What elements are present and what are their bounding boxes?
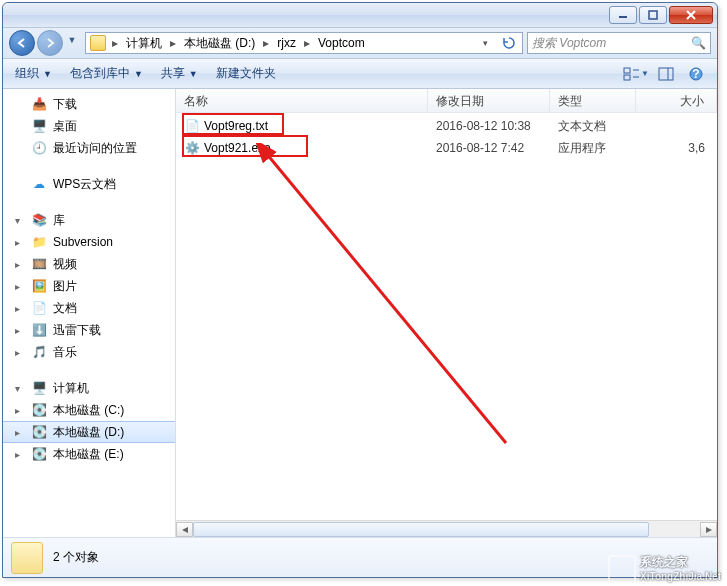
search-input[interactable]: 搜索 Voptcom 🔍	[527, 32, 711, 54]
scroll-right-button[interactable]: ▸	[700, 522, 717, 537]
chevron-right-icon: ▸	[15, 325, 20, 336]
maximize-icon	[648, 10, 658, 20]
refresh-button[interactable]	[498, 33, 520, 53]
breadcrumb-chevron[interactable]: ▸	[110, 36, 120, 50]
sidebar-videos[interactable]: ▸🎞️视频	[3, 253, 175, 275]
refresh-icon	[502, 36, 516, 50]
chevron-down-icon: ▾	[483, 38, 488, 48]
sidebar-xunlei[interactable]: ▸⬇️迅雷下载	[3, 319, 175, 341]
column-header-date[interactable]: 修改日期	[428, 89, 550, 112]
svg-text:?: ?	[692, 67, 699, 81]
file-date: 2016-08-12 7:42	[428, 141, 550, 155]
sidebar-item-label: 迅雷下载	[53, 322, 101, 339]
help-button[interactable]: ?	[683, 63, 709, 85]
sidebar-downloads[interactable]: 📥 下载	[3, 93, 175, 115]
sidebar-pictures[interactable]: ▸🖼️图片	[3, 275, 175, 297]
drive-icon: 💽	[31, 424, 47, 440]
newfolder-button[interactable]: 新建文件夹	[212, 61, 280, 86]
sidebar-item-label: 下载	[53, 96, 77, 113]
organize-menu[interactable]: 组织▼	[11, 61, 56, 86]
share-label: 共享	[161, 65, 185, 82]
sidebar-music[interactable]: ▸🎵音乐	[3, 341, 175, 363]
folder-icon: 📁	[31, 234, 47, 250]
breadcrumb-chevron[interactable]: ▸	[168, 36, 178, 50]
breadcrumb-chevron[interactable]: ▸	[302, 36, 312, 50]
close-button[interactable]	[669, 6, 713, 24]
include-label: 包含到库中	[70, 65, 130, 82]
breadcrumb-drive-d[interactable]: 本地磁盘 (D:)	[180, 33, 259, 54]
svg-rect-4	[624, 68, 630, 73]
address-bar[interactable]: ▸ 计算机 ▸ 本地磁盘 (D:) ▸ rjxz ▸ Voptcom ▾	[85, 32, 523, 54]
sidebar-computer[interactable]: ▾ 🖥️ 计算机	[3, 377, 175, 399]
sidebar-item-label: Subversion	[53, 235, 113, 249]
horizontal-scrollbar[interactable]: ◂ ▸	[176, 520, 717, 537]
sidebar-item-label: 本地磁盘 (C:)	[53, 402, 124, 419]
breadcrumb-chevron[interactable]: ▸	[261, 36, 271, 50]
newfolder-label: 新建文件夹	[216, 65, 276, 82]
sidebar-desktop[interactable]: 🖥️ 桌面	[3, 115, 175, 137]
document-icon: 📄	[31, 300, 47, 316]
organize-label: 组织	[15, 65, 39, 82]
status-count: 2 个对象	[53, 549, 99, 566]
sidebar-item-label: 本地磁盘 (E:)	[53, 446, 124, 463]
chevron-right-icon: ▸	[15, 449, 20, 460]
sidebar-drive-e[interactable]: ▸💽本地磁盘 (E:)	[3, 443, 175, 465]
breadcrumb-computer[interactable]: 计算机	[122, 33, 166, 54]
sidebar-wps-cloud[interactable]: ☁ WPS云文档	[3, 173, 175, 195]
help-icon: ?	[689, 67, 703, 81]
nav-sidebar: 📥 下载 🖥️ 桌面 🕘 最近访问的位置 ☁ WPS云文档 ▾	[3, 89, 176, 537]
music-icon: 🎵	[31, 344, 47, 360]
sidebar-libraries[interactable]: ▾ 📚 库	[3, 209, 175, 231]
preview-pane-button[interactable]	[653, 63, 679, 85]
column-headers: 名称 修改日期 类型 大小	[176, 89, 717, 113]
sidebar-subversion[interactable]: ▸📁Subversion	[3, 231, 175, 253]
sidebar-documents[interactable]: ▸📄文档	[3, 297, 175, 319]
address-dropdown[interactable]: ▾	[474, 33, 496, 53]
column-header-size[interactable]: 大小	[636, 89, 717, 112]
sidebar-recent[interactable]: 🕘 最近访问的位置	[3, 137, 175, 159]
sidebar-item-label: 最近访问的位置	[53, 140, 137, 157]
sidebar-item-label: 桌面	[53, 118, 77, 135]
view-options-button[interactable]: ▼	[623, 63, 649, 85]
annotation-box	[182, 135, 308, 157]
svg-rect-8	[659, 68, 673, 80]
downloads-icon: 📥	[31, 96, 47, 112]
cloud-icon: ☁	[31, 176, 47, 192]
scroll-left-button[interactable]: ◂	[176, 522, 193, 537]
watermark-url: XiTongZhiJia.Net	[640, 571, 721, 582]
forward-button[interactable]	[37, 30, 63, 56]
breadcrumb-rjxz[interactable]: rjxz	[273, 34, 300, 52]
share-menu[interactable]: 共享▼	[157, 61, 202, 86]
explorer-window: ▼ ▸ 计算机 ▸ 本地磁盘 (D:) ▸ rjxz ▸ Voptcom ▾ 搜…	[2, 2, 718, 578]
file-type: 应用程序	[550, 140, 636, 157]
history-dropdown[interactable]: ▼	[65, 30, 79, 50]
file-type: 文本文档	[550, 118, 636, 135]
chevron-down-icon: ▾	[15, 383, 25, 394]
caret-icon: ▼	[43, 69, 52, 79]
breadcrumb-voptcom[interactable]: Voptcom	[314, 34, 369, 52]
scroll-thumb[interactable]	[193, 522, 649, 537]
sidebar-drive-d[interactable]: ▸💽本地磁盘 (D:)	[3, 421, 175, 443]
sidebar-item-label: 库	[53, 212, 65, 229]
column-header-type[interactable]: 类型	[550, 89, 636, 112]
minimize-button[interactable]	[609, 6, 637, 24]
annotation-box	[182, 113, 284, 135]
video-icon: 🎞️	[31, 256, 47, 272]
caret-icon: ▼	[134, 69, 143, 79]
back-button[interactable]	[9, 30, 35, 56]
watermark: 系统之家 XiTongZhiJia.Net	[608, 554, 721, 582]
scroll-track[interactable]	[193, 522, 700, 537]
include-menu[interactable]: 包含到库中▼	[66, 61, 147, 86]
titlebar	[3, 3, 717, 27]
recent-icon: 🕘	[31, 140, 47, 156]
toolbar: 组织▼ 包含到库中▼ 共享▼ 新建文件夹 ▼ ?	[3, 59, 717, 89]
maximize-button[interactable]	[639, 6, 667, 24]
caret-icon: ▼	[189, 69, 198, 79]
svg-rect-1	[649, 11, 657, 19]
view-icon	[623, 67, 639, 81]
file-size: 3,6	[636, 141, 717, 155]
sidebar-drive-c[interactable]: ▸💽本地磁盘 (C:)	[3, 399, 175, 421]
chevron-right-icon: ▸	[15, 405, 20, 416]
column-header-name[interactable]: 名称	[176, 89, 428, 112]
sidebar-item-label: 计算机	[53, 380, 89, 397]
